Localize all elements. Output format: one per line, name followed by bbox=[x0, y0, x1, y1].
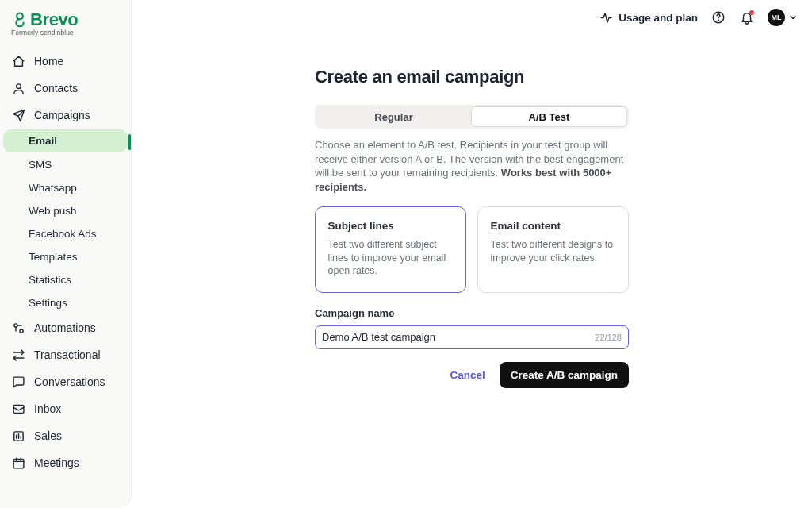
create-campaign-button[interactable]: Create A/B campaign bbox=[500, 362, 629, 388]
sidebar-subitem-templates[interactable]: Templates bbox=[0, 245, 131, 268]
campaign-name-input[interactable] bbox=[322, 331, 590, 343]
sidebar-item-meetings[interactable]: Meetings bbox=[0, 449, 131, 476]
option-description: Test two different designs to improve yo… bbox=[491, 238, 616, 265]
brevo-mark-icon bbox=[11, 11, 29, 29]
option-email-content[interactable]: Email content Test two different designs… bbox=[477, 206, 630, 293]
sidebar-subitem-label: Settings bbox=[29, 297, 67, 309]
sales-icon bbox=[11, 429, 25, 443]
campaign-name-input-wrap: 22/128 bbox=[315, 325, 629, 349]
sidebar-subitem-email[interactable]: Email bbox=[3, 129, 128, 152]
char-counter: 22/128 bbox=[595, 333, 622, 342]
topbar: Usage and plan ML bbox=[132, 0, 812, 35]
sidebar-item-label: Sales bbox=[34, 429, 62, 442]
sidebar-subitem-webpush[interactable]: Web push bbox=[0, 199, 131, 222]
sidebar: Brevo Formerly sendinblue Home Contacts … bbox=[0, 0, 132, 508]
sidebar-item-inbox[interactable]: Inbox bbox=[0, 395, 131, 422]
sidebar-item-label: Transactional bbox=[34, 348, 101, 361]
chevron-down-icon bbox=[788, 13, 798, 22]
sidebar-item-label: Automations bbox=[34, 321, 96, 334]
cancel-label: Cancel bbox=[450, 369, 485, 381]
option-title: Email content bbox=[491, 220, 616, 232]
usage-and-plan-button[interactable]: Usage and plan bbox=[599, 11, 698, 25]
main-nav: Home Contacts Campaigns Email SMS Whatsa… bbox=[0, 48, 131, 476]
sidebar-subitem-label: Facebook Ads bbox=[29, 228, 97, 240]
sidebar-item-automations[interactable]: Automations bbox=[0, 314, 131, 341]
form-actions: Cancel Create A/B campaign bbox=[315, 362, 629, 388]
usage-label: Usage and plan bbox=[619, 12, 698, 24]
notification-dot bbox=[749, 10, 754, 15]
home-icon bbox=[11, 54, 25, 68]
notifications-button[interactable] bbox=[739, 10, 755, 25]
cancel-button[interactable]: Cancel bbox=[446, 363, 488, 387]
sidebar-item-transactional[interactable]: Transactional bbox=[0, 341, 131, 368]
campaign-type-toggle: Regular A/B Test bbox=[315, 105, 629, 129]
brand-logo[interactable]: Brevo bbox=[11, 10, 120, 30]
svg-point-1 bbox=[16, 83, 21, 88]
avatar: ML bbox=[768, 9, 785, 26]
tab-label: A/B Test bbox=[529, 111, 570, 123]
inbox-icon bbox=[11, 402, 25, 416]
page-title: Create an email campaign bbox=[315, 67, 629, 87]
sidebar-item-label: Meetings bbox=[34, 456, 79, 469]
ab-variant-options: Subject lines Test two different subject… bbox=[315, 206, 629, 293]
help-icon bbox=[711, 10, 726, 25]
transactional-icon bbox=[11, 348, 25, 362]
sidebar-subitem-whatsapp[interactable]: Whatsapp bbox=[0, 176, 131, 199]
conversations-icon bbox=[11, 375, 25, 389]
sidebar-item-home[interactable]: Home bbox=[0, 48, 131, 75]
option-title: Subject lines bbox=[328, 220, 454, 232]
sidebar-item-label: Contacts bbox=[34, 82, 78, 94]
content: Create an email campaign Regular A/B Tes… bbox=[132, 35, 812, 508]
svg-point-3 bbox=[19, 329, 22, 332]
sidebar-item-campaigns[interactable]: Campaigns bbox=[0, 102, 131, 129]
sidebar-item-sales[interactable]: Sales bbox=[0, 422, 131, 449]
automations-icon bbox=[11, 321, 25, 335]
svg-rect-4 bbox=[13, 405, 24, 413]
account-menu-button[interactable]: ML bbox=[768, 9, 798, 26]
sidebar-subitem-facebookads[interactable]: Facebook Ads bbox=[0, 222, 131, 245]
brand-subtitle: Formerly sendinblue bbox=[11, 29, 120, 37]
sidebar-subitem-label: Email bbox=[29, 135, 57, 147]
ab-description: Choose an element to A/B test. Recipient… bbox=[315, 138, 629, 194]
tab-abtest[interactable]: A/B Test bbox=[471, 106, 627, 127]
sidebar-subitem-label: Templates bbox=[29, 251, 78, 263]
campaigns-subnav: Email SMS Whatsapp Web push Facebook Ads… bbox=[0, 129, 131, 314]
sidebar-item-label: Campaigns bbox=[34, 109, 90, 121]
sidebar-item-label: Home bbox=[34, 55, 63, 67]
contacts-icon bbox=[11, 81, 25, 95]
sidebar-subitem-label: Web push bbox=[29, 205, 77, 217]
sidebar-subitem-settings[interactable]: Settings bbox=[0, 291, 131, 314]
option-description: Test two different subject lines to impr… bbox=[328, 238, 454, 279]
svg-point-8 bbox=[718, 20, 718, 21]
svg-rect-6 bbox=[13, 459, 24, 468]
pulse-icon bbox=[599, 11, 613, 25]
campaign-name-label: Campaign name bbox=[315, 307, 629, 319]
brand-block: Brevo Formerly sendinblue bbox=[0, 8, 131, 41]
campaigns-icon bbox=[11, 108, 25, 122]
sidebar-subitem-label: SMS bbox=[29, 159, 52, 171]
help-button[interactable] bbox=[710, 10, 726, 25]
option-subject-lines[interactable]: Subject lines Test two different subject… bbox=[315, 206, 466, 293]
tab-regular[interactable]: Regular bbox=[316, 106, 471, 127]
brand-name-text: Brevo bbox=[30, 10, 78, 30]
sidebar-item-label: Conversations bbox=[34, 375, 105, 388]
create-label: Create A/B campaign bbox=[511, 369, 618, 381]
meetings-icon bbox=[11, 456, 25, 470]
create-campaign-panel: Create an email campaign Regular A/B Tes… bbox=[315, 67, 629, 508]
sidebar-item-label: Inbox bbox=[34, 402, 61, 415]
sidebar-item-contacts[interactable]: Contacts bbox=[0, 75, 131, 102]
sidebar-subitem-sms[interactable]: SMS bbox=[0, 153, 131, 176]
sidebar-item-conversations[interactable]: Conversations bbox=[0, 368, 131, 395]
main-area: Usage and plan ML Create an email campai… bbox=[132, 0, 812, 508]
avatar-initials: ML bbox=[772, 13, 782, 21]
sidebar-subitem-statistics[interactable]: Statistics bbox=[0, 268, 131, 291]
tab-label: Regular bbox=[374, 111, 412, 123]
sidebar-subitem-label: Statistics bbox=[29, 274, 71, 286]
sidebar-subitem-label: Whatsapp bbox=[29, 182, 77, 194]
